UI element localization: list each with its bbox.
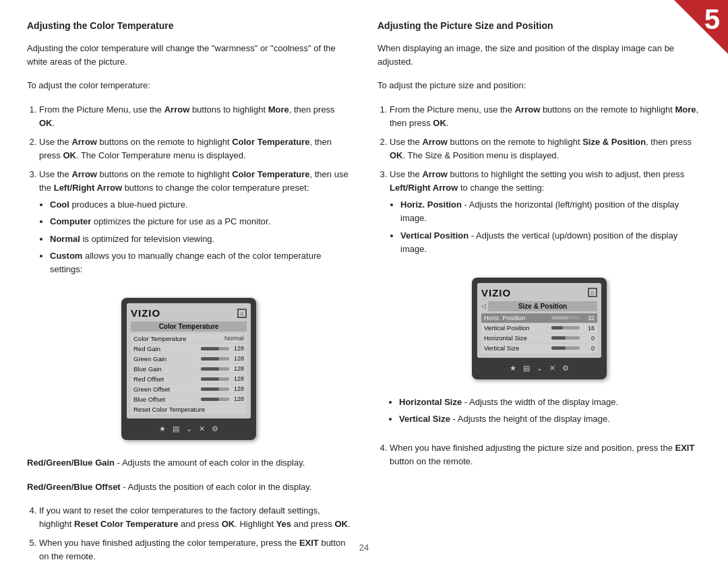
right-extra-bullets: Horizontal Size - Adjusts the width of t… [388,396,701,429]
menu-title-color-temp: Color Temperature [131,321,247,332]
rgb-offset-text: - Adjusts the position of each color in … [121,482,312,492]
home-icon: ⌂ [237,309,247,318]
horiz-size-label: Horizontal Size [399,397,462,407]
size-pos-rows: Horiz. Position 32 Vertical Position 16 [481,313,597,353]
left-intro-p1: Adjusting the color temperature will cha… [27,42,351,68]
row-label: Vertical Position [484,324,530,332]
slider-track [201,367,229,371]
row-value: 128 [231,375,244,382]
left-heading: Adjusting the Color Temperature [27,20,351,31]
menu-row-horiz-pos: Horiz. Position 32 [481,313,597,323]
left-step-4: If you want to reset the color temperatu… [39,504,351,531]
right-step-3-bullets: Horiz. Position - Adjusts the horizontal… [390,198,701,256]
row-value: 128 [231,345,244,352]
menu-icon: ▤ [523,364,530,373]
device-footer: ★ ▤ ⌄ ✕ ⚙ [477,361,601,374]
row-value: 0 [581,335,595,342]
menu-row-color-temp-label: Color Temperature Normal [131,334,247,343]
bullet-vert-size: Vertical Size - Adjusts the height of th… [399,412,701,426]
slider-bar: 128 [201,385,244,392]
row-value: 128 [231,396,244,402]
slider-bar: 128 [201,375,244,382]
page-content: Adjusting the Color Temperature Adjustin… [0,0,728,562]
vert-size-text: - Adjusts the height of the display imag… [450,414,610,424]
slider-track [551,316,580,319]
vizio-logo: VIZIO [131,307,160,319]
right-column: Adjusting the Picture Size and Position … [377,20,701,542]
slider-bar: 128 [201,345,244,352]
slider-track [201,387,229,391]
menu-row-horiz-size: Horizontal Size 0 [481,334,597,343]
menu-row-vert-pos: Vertical Position 16 [481,323,597,333]
slider-bar: 0 [551,335,595,342]
row-value: 128 [231,355,244,362]
row-value: Normal [224,335,244,342]
left-step-1: From the Picture Menu, use the Arrow but… [39,103,351,130]
menu-row-blue-offset: Blue Offset 128 [131,394,247,404]
slider-bar: 128 [201,355,244,362]
slider-track [201,377,229,381]
right-intro-p1: When displaying an image, the size and p… [377,42,701,68]
home-icon: ⌂ [588,288,597,297]
row-value: 16 [581,325,595,332]
row-label: Red Offset [133,375,164,383]
bullet-vert-pos: Vertical Position - Adjusts the vertical… [400,229,701,256]
bullet-normal: Normal is optimized for television viewi… [50,232,351,246]
row-label: Blue Offset [133,396,165,403]
right-heading: Adjusting the Picture Size and Position [377,20,701,31]
right-step-1: From the Picture menu, use the Arrow but… [390,103,701,130]
bullet-computer: Computer optimizes the picture for use a… [50,215,351,228]
row-label: Horizontal Size [484,334,527,342]
device-header: VIZIO ⌂ [481,287,597,299]
row-value: 32 [581,315,595,321]
vert-size-label: Vertical Size [399,414,450,424]
right-steps-list: From the Picture menu, use the Arrow but… [377,103,701,261]
bullet-custom: Custom allows you to manually change eac… [50,249,351,276]
horiz-size-text: - Adjusts the width of the display image… [462,397,618,407]
slider-track [201,357,229,361]
row-label: Green Gain [133,355,166,363]
x-icon: ✕ [549,364,555,373]
row-label: Red Gain [133,345,160,352]
menu-row-vert-size: Vertical Size 0 [481,344,597,353]
menu-row-red-offset: Red Offset 128 [131,374,247,383]
page-section-number: 5 [704,5,720,34]
vizio-logo: VIZIO [481,287,511,299]
star-icon: ★ [510,364,516,373]
left-step-3-bullets: Cool produces a blue-hued picture. Compu… [39,198,351,276]
menu-title-size-pos: Size & Position [488,301,597,311]
page-number: 24 [359,542,369,553]
x-icon: ✕ [199,425,205,433]
menu-row-reset: Reset Color Temperature [131,404,247,414]
slider-bar: 128 [201,396,244,402]
slider-bar: 0 [551,345,595,352]
slider-bar: 32 [551,315,595,321]
slider-track [551,336,580,340]
row-label: Color Temperature [133,335,187,342]
gear-icon: ⚙ [212,425,218,433]
device-color-temp-mockup: VIZIO ⌂ Color Temperature Color Temperat… [121,298,256,440]
menu-icon: ▤ [173,425,179,433]
back-arrow-icon: ◁ [481,303,486,309]
row-value: 0 [581,345,595,352]
rgb-gain-para: Red/Green/Blue Gain - Adjusts the amount… [27,456,351,470]
left-intro-p2: To adjust the color temperature: [27,79,351,92]
menu-row-blue-gain: Blue Gain 128 [131,364,247,373]
right-steps-4: When you have finished adjusting the pic… [377,441,701,474]
bullet-horiz-size: Horizontal Size - Adjusts the width of t… [399,396,701,409]
row-value: 128 [231,365,244,372]
right-step-2: Use the Arrow buttons on the remote to h… [390,135,701,162]
left-step-5: When you have finished adjusting the col… [39,536,351,562]
right-step-4: When you have finished adjusting the pic… [390,441,701,468]
row-label: Horiz. Position [484,314,525,321]
bullet-horiz-pos: Horiz. Position - Adjusts the horizontal… [400,198,701,225]
menu-row-green-offset: Green Offset 128 [131,384,247,394]
row-label: Vertical Size [484,344,519,352]
down-icon: ⌄ [186,425,192,433]
row-label: Reset Color Temperature [133,406,205,413]
back-arrow-bar: ◁ Size & Position [481,301,597,311]
right-step-3: Use the Arrow buttons to highlight the s… [390,168,701,256]
row-label: Blue Gain [133,365,162,373]
down-icon: ⌄ [537,364,543,373]
left-step-2: Use the Arrow buttons on the remote to h… [39,135,351,162]
